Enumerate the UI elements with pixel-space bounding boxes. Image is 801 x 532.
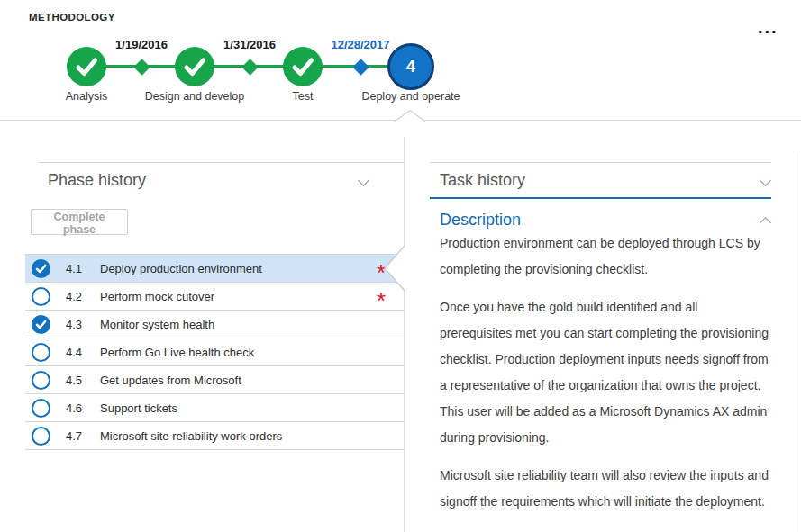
description-paragraph: Once you have the gold build identified …: [440, 294, 773, 451]
chevron-down-icon[interactable]: [760, 175, 771, 186]
task-checkbox-unchecked[interactable]: [32, 287, 50, 306]
milestone-diamond-icon: [352, 59, 369, 75]
task-title: Microsoft site reliability work orders: [100, 429, 282, 443]
milestone-diamond-icon: [241, 59, 258, 75]
page-title: METHODOLOGY: [29, 12, 115, 23]
task-row[interactable]: 4.4Perform Go Live health check*: [25, 338, 404, 366]
task-title: Perform Go Live health check: [100, 346, 254, 359]
milestone-date: 1/19/2016: [92, 38, 191, 51]
task-checkbox-checked[interactable]: [32, 315, 50, 334]
task-title: Support tickets: [100, 401, 177, 415]
task-number: 4.5: [66, 374, 90, 387]
task-title: Get updates from Microsoft: [100, 374, 241, 387]
phase-number: 4: [406, 58, 415, 77]
task-number: 4.7: [66, 429, 90, 443]
methodology-page: METHODOLOGY ... AnalysisDesign and devel…: [0, 0, 801, 532]
task-number: 4.1: [66, 262, 90, 275]
task-list: 4.1Deploy production environment*4.2Perf…: [25, 254, 404, 450]
active-phase-caret: [394, 109, 426, 122]
task-history-header[interactable]: Task history: [430, 162, 771, 196]
selected-task-caret: [381, 245, 405, 292]
task-number: 4.2: [66, 290, 90, 303]
checkmark-icon: [67, 47, 106, 86]
milestone-diamond-icon: [133, 59, 150, 75]
chevron-down-icon[interactable]: [358, 175, 369, 186]
task-title: Perform mock cutover: [100, 290, 214, 303]
phase-history-header[interactable]: Phase history: [39, 162, 404, 203]
task-checkbox-unchecked[interactable]: [32, 343, 50, 362]
more-options-icon[interactable]: ...: [758, 18, 778, 36]
task-checkbox-unchecked[interactable]: [32, 399, 50, 418]
task-title: Monitor system health: [100, 318, 214, 331]
task-row[interactable]: 4.3Monitor system health*: [25, 311, 404, 338]
task-checkbox-unchecked[interactable]: [32, 427, 50, 446]
phase-circle-2[interactable]: [175, 47, 214, 86]
task-row[interactable]: 4.1Deploy production environment*: [25, 255, 404, 283]
phase-circle-3[interactable]: [283, 47, 323, 86]
milestone-date: 1/31/2016: [200, 38, 299, 51]
description-paragraph: Microsoft site reliability team will als…: [440, 463, 773, 515]
task-row[interactable]: 4.5Get updates from Microsoft*: [25, 366, 404, 394]
milestone-date: 12/28/2017: [311, 38, 410, 51]
chevron-up-icon[interactable]: [760, 217, 771, 229]
task-history-title: Task history: [440, 171, 525, 189]
checkmark-icon: [175, 47, 214, 86]
task-checkbox-unchecked[interactable]: [32, 371, 50, 390]
checkmark-icon: [283, 47, 323, 86]
task-number: 4.4: [66, 346, 90, 359]
accent-rule: [430, 197, 771, 199]
task-checkbox-checked[interactable]: [32, 259, 50, 278]
complete-phase-button[interactable]: Complete phase: [31, 209, 128, 235]
phase-history-title: Phase history: [48, 171, 146, 189]
right-panel-edge: [796, 153, 796, 532]
panel-divider: [404, 137, 405, 532]
task-number: 4.3: [66, 318, 90, 331]
task-row[interactable]: 4.6Support tickets*: [25, 394, 404, 422]
timeline-track: [86, 65, 390, 68]
task-number: 4.6: [66, 401, 90, 415]
checkmark-icon: [32, 315, 50, 334]
task-row[interactable]: 4.2Perform mock cutover*: [25, 283, 404, 311]
phase-label: Deploy and operate: [339, 90, 483, 103]
description-paragraph: Production environment can be deployed t…: [440, 230, 773, 283]
checkmark-icon: [32, 259, 50, 278]
description-body: Production environment can be deployed t…: [440, 230, 773, 527]
task-row[interactable]: 4.7Microsoft site reliability work order…: [25, 422, 404, 450]
description-title: Description: [440, 211, 521, 229]
task-title: Deploy production environment: [100, 262, 262, 275]
phase-circle-1[interactable]: [67, 47, 106, 86]
